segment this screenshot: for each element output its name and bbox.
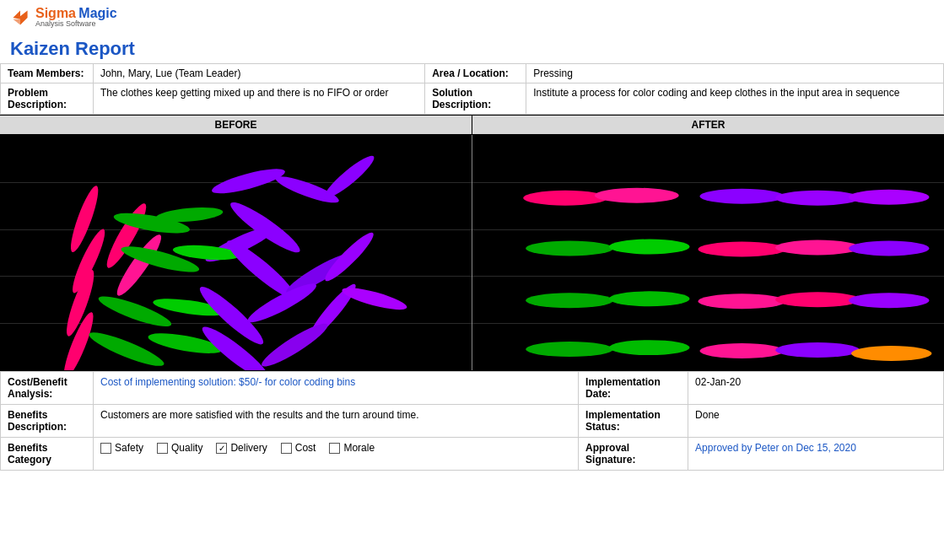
cb-morale[interactable]: Morale xyxy=(329,442,375,454)
area-value: Pressing xyxy=(526,64,944,83)
cb-cost[interactable]: Cost xyxy=(281,442,316,454)
svg-point-49 xyxy=(851,346,932,361)
report-title: Kaizen Report xyxy=(0,31,944,63)
svg-point-24 xyxy=(340,283,408,314)
impl-date-value: 02-Jan-20 xyxy=(688,372,944,405)
after-label: AFTER xyxy=(472,116,944,134)
cb-delivery[interactable]: ✓ Delivery xyxy=(216,442,267,454)
svg-point-33 xyxy=(775,191,860,206)
svg-point-34 xyxy=(849,190,930,205)
cb-cost-box[interactable] xyxy=(281,443,292,454)
team-members-row: Team Members: John, Mary, Lue (Team Lead… xyxy=(1,64,944,83)
svg-point-30 xyxy=(523,191,607,206)
svg-point-29 xyxy=(258,318,332,370)
before-label: BEFORE xyxy=(0,116,472,134)
logo-magic: Magic xyxy=(78,6,116,20)
solution-value: Institute a process for color coding and… xyxy=(526,83,944,115)
svg-point-32 xyxy=(700,189,785,204)
svg-point-44 xyxy=(849,293,930,308)
benefits-label: Benefits Description: xyxy=(1,405,94,438)
impl-status-value: Done xyxy=(688,405,944,438)
cost-value: Cost of implementing solution: $50/- for… xyxy=(94,372,579,405)
problem-row: Problem Description: The clothes keep ge… xyxy=(1,83,944,115)
logo-subtitle: Analysis Software xyxy=(35,20,117,28)
svg-point-39 xyxy=(849,241,930,256)
image-area xyxy=(0,135,944,371)
svg-point-36 xyxy=(609,240,690,255)
before-panel xyxy=(0,135,472,370)
area-label: Area / Location: xyxy=(425,64,526,83)
cb-morale-box[interactable] xyxy=(329,443,340,454)
before-after-header: BEFORE AFTER xyxy=(0,115,944,135)
svg-point-8 xyxy=(155,205,224,224)
impl-date-label: Implementation Date: xyxy=(579,372,688,405)
svg-point-31 xyxy=(595,188,679,203)
info-table: Team Members: John, Mary, Lue (Team Lead… xyxy=(0,63,944,115)
svg-point-19 xyxy=(96,291,174,331)
approval-text: Approved by Peter on Dec 15, 2020 xyxy=(695,442,856,454)
svg-point-17 xyxy=(321,229,378,286)
benefits-cat-row: Benefits Category Safety Quality ✓ xyxy=(1,438,944,471)
header: Sigma Magic Analysis Software xyxy=(0,0,944,31)
logo-sigma: Sigma xyxy=(35,6,76,20)
cb-safety-box[interactable] xyxy=(100,443,111,454)
bottom-table: Cost/Benefit Analysis: Cost of implement… xyxy=(0,371,944,471)
cost-text: Cost of implementing solution: $50/- for… xyxy=(100,376,355,388)
cb-morale-label: Morale xyxy=(343,442,375,454)
cb-safety-label: Safety xyxy=(115,442,143,454)
svg-point-47 xyxy=(700,343,785,358)
cb-safety[interactable]: Safety xyxy=(100,442,143,454)
svg-point-35 xyxy=(526,241,613,256)
team-members-value: John, Mary, Lue (Team Leader) xyxy=(94,64,425,83)
approval-value: Approved by Peter on Dec 15, 2020 xyxy=(688,438,944,471)
cb-delivery-label: Delivery xyxy=(230,442,267,454)
cb-delivery-box[interactable]: ✓ xyxy=(216,443,227,454)
approval-label: Approval Signature: xyxy=(579,438,688,471)
cost-row: Cost/Benefit Analysis: Cost of implement… xyxy=(1,372,944,405)
svg-point-4 xyxy=(321,151,378,202)
before-svg xyxy=(0,135,472,370)
benefits-cat-value: Safety Quality ✓ Delivery C xyxy=(94,438,579,471)
cb-quality-label: Quality xyxy=(171,442,202,454)
cb-quality[interactable]: Quality xyxy=(157,442,202,454)
svg-point-43 xyxy=(775,292,860,307)
svg-point-38 xyxy=(775,240,860,256)
logo-text: Sigma Magic Analysis Software xyxy=(35,7,117,28)
checkbox-row: Safety Quality ✓ Delivery C xyxy=(100,442,571,454)
svg-marker-1 xyxy=(13,19,20,24)
cb-cost-label: Cost xyxy=(295,442,316,454)
logo: Sigma Magic Analysis Software xyxy=(10,7,117,28)
cost-label: Cost/Benefit Analysis: xyxy=(1,372,94,405)
svg-point-46 xyxy=(609,340,690,355)
after-svg xyxy=(472,135,944,370)
benefits-value: Customers are more satisfied with the re… xyxy=(94,405,579,438)
svg-point-40 xyxy=(526,293,613,308)
svg-point-48 xyxy=(775,342,860,358)
svg-point-41 xyxy=(609,291,690,306)
benefits-cat-label: Benefits Category xyxy=(1,438,94,471)
solution-label: Solution Description: xyxy=(425,83,526,115)
cb-quality-box[interactable] xyxy=(157,443,168,454)
impl-status-label: Implementation Status: xyxy=(579,405,688,438)
team-members-label: Team Members: xyxy=(1,64,94,83)
svg-point-45 xyxy=(526,342,613,357)
svg-point-2 xyxy=(210,164,287,199)
after-panel xyxy=(472,135,944,370)
svg-point-26 xyxy=(86,327,166,370)
problem-value: The clothes keep getting mixed up and th… xyxy=(94,83,425,115)
svg-point-37 xyxy=(699,242,786,257)
problem-label: Problem Description: xyxy=(1,83,94,115)
svg-point-42 xyxy=(699,293,786,309)
benefits-row: Benefits Description: Customers are more… xyxy=(1,405,944,438)
logo-icon xyxy=(10,8,30,28)
